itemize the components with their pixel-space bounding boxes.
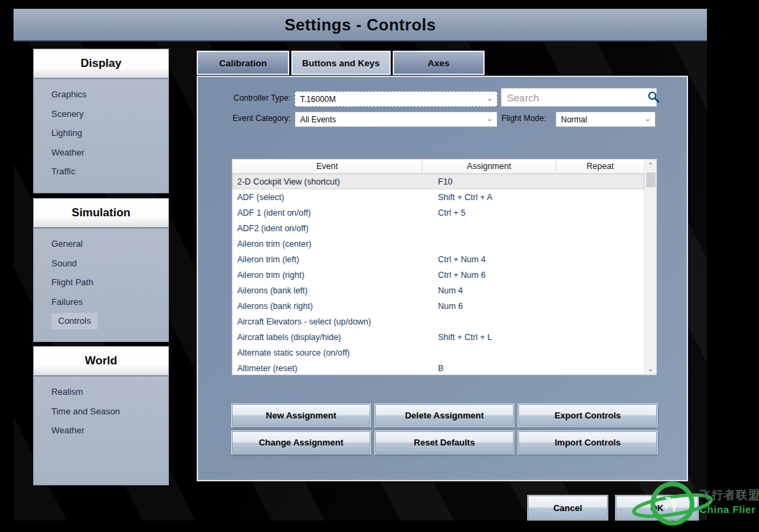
sidebar-item-label: Realism (51, 387, 83, 397)
table-row[interactable]: Aileron trim (left) Ctrl + Num 4 (232, 251, 644, 267)
settings-dialog: Settings - Controls Display Graphics Sce… (14, 9, 707, 521)
assignment-cell: Shift + Ctrl + L (422, 333, 556, 342)
column-header-event: Event (232, 160, 422, 173)
table-row[interactable]: 2-D Cockpit View (shortcut) F10 (232, 174, 644, 189)
sidebar-section-display: Display Graphics Scenery Lighting Weathe… (33, 49, 169, 193)
sidebar-item-label: Flight Path (51, 277, 93, 287)
event-cell: Altimeter (reset) (232, 364, 422, 373)
export-controls-button[interactable]: Export Controls (518, 404, 657, 427)
assignment-cell: Ctrl + Num 4 (422, 255, 556, 264)
table-row[interactable]: Alternate static source (on/off) (232, 345, 644, 360)
sidebar-item-traffic[interactable]: Traffic (34, 162, 168, 182)
table-row[interactable]: Aileron trim (center) (232, 236, 644, 251)
change-assignment-button[interactable]: Change Assignment (232, 431, 370, 454)
delete-assignment-button[interactable]: Delete Assignment (375, 404, 514, 427)
dialog-titlebar: Settings - Controls (14, 9, 707, 42)
chevron-down-icon: ⌄ (487, 114, 493, 123)
event-cell: ADF 1 (ident on/off) (232, 208, 422, 218)
table-row[interactable]: ADF 1 (ident on/off) Ctrl + 5 (232, 205, 644, 220)
sidebar-item-label: Time and Season (51, 406, 120, 416)
watermark-english-text: China Flier (700, 504, 756, 515)
search-input[interactable] (501, 92, 647, 103)
scrollbar-thumb[interactable] (646, 172, 656, 187)
sidebar-item-scenery[interactable]: Scenery (34, 105, 168, 124)
event-cell: Aileron trim (center) (232, 239, 422, 249)
watermark-chinese-text: 飞行者联盟 (699, 489, 759, 502)
sidebar-item-label: Failures (51, 297, 82, 307)
assignment-cell: B (422, 364, 556, 373)
assignment-actions: New Assignment Delete Assignment Export … (232, 404, 657, 454)
column-header-repeat: Repeat (556, 160, 644, 173)
flight-mode-select[interactable]: Normal ⌄ (556, 112, 656, 127)
table-header: Event Assignment Repeat (232, 160, 644, 174)
table-row[interactable]: Aileron trim (right) Ctrl + Num 6 (232, 267, 644, 283)
cancel-button[interactable]: Cancel (528, 495, 608, 520)
sidebar-item-general[interactable]: General (34, 235, 168, 254)
tab-buttons-and-keys[interactable]: Buttons and Keys (291, 51, 391, 75)
assignment-cell: F10 (422, 177, 556, 187)
sidebar-item-time-and-season[interactable]: Time and Season (34, 402, 168, 422)
sidebar-item-flight-path[interactable]: Flight Path (34, 273, 168, 293)
event-cell: Ailerons (bank left) (232, 286, 422, 295)
scroll-up-icon[interactable]: ⌃ (645, 160, 656, 171)
tab-bar: Calibration Buttons and Keys Axes (197, 51, 485, 75)
tab-axes[interactable]: Axes (393, 51, 485, 75)
new-assignment-button[interactable]: New Assignment (232, 404, 370, 427)
controller-type-select[interactable]: T.16000M ⌄ (295, 91, 497, 107)
sidebar-items-simulation: General Sound Flight Path Failures Contr… (33, 228, 169, 342)
sidebar-section-world: World Realism Time and Season Weather (33, 346, 169, 485)
controller-type-label: Controller Type: (198, 93, 291, 103)
reset-defaults-button[interactable]: Reset Defaults (375, 431, 514, 454)
ok-button[interactable]: OK (616, 495, 698, 520)
sidebar-item-label: Weather (51, 425, 84, 435)
chevron-down-icon: ⌄ (645, 114, 651, 123)
flight-mode-value: Normal (561, 115, 587, 124)
event-category-value: All Events (300, 115, 336, 124)
events-list: Event Assignment Repeat 2-D Cockpit View… (232, 160, 644, 374)
sidebar-item-realism[interactable]: Realism (34, 383, 168, 402)
event-category-select[interactable]: All Events ⌄ (295, 112, 497, 127)
event-cell: Aileron trim (left) (232, 255, 422, 264)
sidebar-header-world: World (33, 346, 169, 377)
assignment-cell: Shift + Ctrl + A (422, 193, 556, 202)
assignment-cell: Ctrl + Num 6 (422, 270, 556, 280)
sidebar-item-label: Lighting (51, 128, 82, 138)
sidebar-item-sound[interactable]: Sound (34, 254, 168, 274)
sidebar-items-world: Realism Time and Season Weather (33, 377, 169, 485)
sidebar-item-weather[interactable]: Weather (34, 143, 168, 163)
event-cell: ADF2 (ident on/off) (232, 224, 422, 233)
screen: Settings - Controls Display Graphics Sce… (0, 0, 759, 532)
sidebar-header-display: Display (33, 49, 169, 79)
tab-calibration[interactable]: Calibration (197, 51, 289, 75)
search-icon[interactable] (647, 91, 660, 104)
sidebar-item-weather-world[interactable]: Weather (34, 421, 168, 441)
sidebar-item-controls[interactable]: Controls (34, 312, 168, 331)
assignment-cell: Num 6 (422, 301, 556, 311)
table-row[interactable]: Ailerons (bank right) Num 6 (232, 298, 644, 314)
scroll-down-icon[interactable]: ⌄ (645, 363, 656, 374)
sidebar-item-graphics[interactable]: Graphics (34, 85, 168, 105)
table-row[interactable]: ADF (select) Shift + Ctrl + A (232, 189, 644, 205)
table-row[interactable]: Aircraft Elevators - select (up/down) (232, 314, 644, 329)
column-header-assignment: Assignment (422, 160, 556, 173)
sidebar-item-failures[interactable]: Failures (34, 293, 168, 312)
event-cell: Aircraft Elevators - select (up/down) (232, 317, 422, 327)
assignment-cell: Ctrl + 5 (422, 208, 556, 218)
sidebar-item-label: General (51, 239, 82, 249)
sidebar-item-label: Controls (51, 313, 97, 329)
events-table: Event Assignment Repeat 2-D Cockpit View… (232, 159, 657, 375)
table-row[interactable]: ADF2 (ident on/off) (232, 220, 644, 236)
table-row[interactable]: Altimeter (reset) B (232, 360, 644, 376)
flight-mode-label: Flight Mode: (501, 114, 552, 123)
sidebar-items-display: Graphics Scenery Lighting Weather Traffi… (33, 79, 169, 193)
sidebar-item-lighting[interactable]: Lighting (34, 124, 168, 143)
sidebar-item-label: Sound (51, 258, 77, 268)
table-row[interactable]: Ailerons (bank left) Num 4 (232, 283, 644, 298)
event-cell: Aileron trim (right) (232, 270, 422, 280)
import-controls-button[interactable]: Import Controls (518, 431, 657, 454)
event-cell: Alternate static source (on/off) (232, 348, 422, 358)
search-box (501, 88, 657, 107)
vertical-scrollbar[interactable]: ⌃ ⌄ (644, 160, 656, 374)
sidebar-header-simulation: Simulation (33, 198, 169, 228)
table-row[interactable]: Aircraft labels (display/hide) Shift + C… (232, 329, 644, 345)
